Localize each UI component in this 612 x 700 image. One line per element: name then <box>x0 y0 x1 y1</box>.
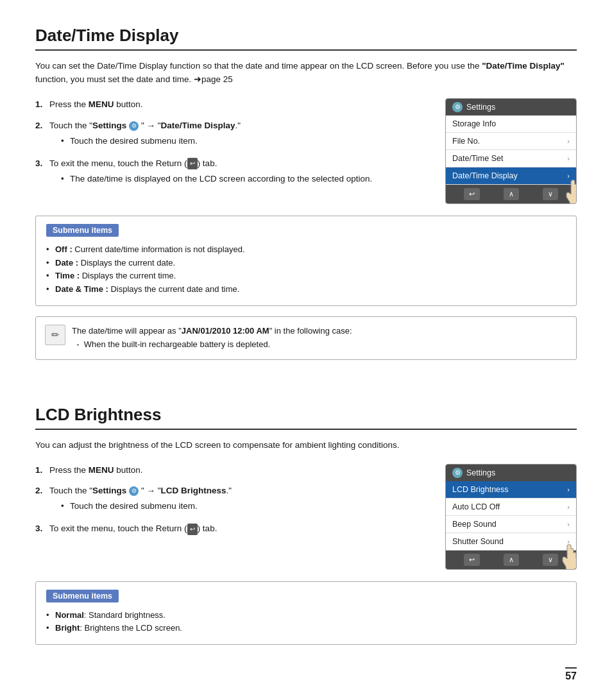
step-3-bullets: The date/time is displayed on the LCD sc… <box>61 173 372 186</box>
submenu-item-bright: Bright: Brightens the LCD screen. <box>46 622 566 635</box>
lcd-widget-shutter-label: Shutter Sound <box>452 537 504 546</box>
step-3-content: To exit the menu, touch the Return (↩) t… <box>49 157 372 187</box>
lcd-widget: ⚙ Settings LCD Brightness › Auto LCD Off… <box>445 464 577 570</box>
widget-row-storage: Storage Info <box>446 115 576 133</box>
return-icon-2: ↩ <box>187 524 198 535</box>
section-lcd: LCD Brightness You can adjust the bright… <box>35 405 577 645</box>
lcd-widget-header: ⚙ Settings <box>446 465 576 481</box>
lcd-step-2: 2. Touch the "Settings ⚙ " → "LCD Bright… <box>35 484 432 515</box>
step-2-content: Touch the "Settings ⚙ " → "Date/Time Dis… <box>49 119 241 149</box>
note-icon: ✏ <box>45 325 65 345</box>
datetime-steps-layout: 1. Press the MENU button. 2. Touch the "… <box>35 98 577 204</box>
page-number-value: 57 <box>565 667 577 682</box>
step-2-bullets: Touch the desired submenu item. <box>61 135 241 148</box>
widget-row-storage-label: Storage Info <box>452 119 496 128</box>
lcd-widget-body: LCD Brightness › Auto LCD Off › Beep Sou… <box>446 481 576 551</box>
widget-down-button[interactable]: ∨ <box>543 188 558 200</box>
step-3-num: 3. <box>35 157 49 187</box>
lcd-step-1-num: 1. <box>35 464 49 477</box>
widget-row-datetimeset-label: Date/Time Set <box>452 154 503 163</box>
lcd-widget-row-brightness: LCD Brightness › <box>446 481 576 499</box>
lcd-step-1: 1. Press the MENU button. <box>35 464 432 477</box>
section-lcd-intro: You can adjust the brightness of the LCD… <box>35 439 577 452</box>
return-icon: ↩ <box>187 158 198 169</box>
section-gap <box>35 379 577 405</box>
lcd-widget-row-autolcd: Auto LCD Off › <box>446 499 576 516</box>
submenu-item-time: Time : Displays the current time. <box>46 269 566 283</box>
step-2-num: 2. <box>35 119 49 149</box>
lcd-widget-beep-label: Beep Sound <box>452 520 497 529</box>
section-lcd-title: LCD Brightness <box>35 405 577 430</box>
widget-gear-icon: ⚙ <box>452 102 463 112</box>
section-datetime-title: Date/Time Display <box>35 26 577 51</box>
datetime-step-2: 2. Touch the "Settings ⚙ " → "Date/Time … <box>35 119 432 149</box>
lcd-step-2-bullets: Touch the desired submenu item. <box>61 500 232 513</box>
page-number: 57 <box>565 667 577 682</box>
datetime-submenu-box: Submenu items Off : Current date/time in… <box>35 216 577 306</box>
widget-body: Storage Info File No. › Date/Time Set › … <box>446 115 576 185</box>
note-content: The date/time will appear as "JAN/01/201… <box>72 325 352 352</box>
section-datetime: Date/Time Display You can set the Date/T… <box>35 26 577 360</box>
submenu-item-normal: Normal: Standard brightness. <box>46 609 566 622</box>
datetime-submenu-label: Submenu items <box>46 224 119 237</box>
widget-row-fileno-label: File No. <box>452 137 480 146</box>
lcd-step-3-num: 3. <box>35 522 49 536</box>
datetime-steps-column: 1. Press the MENU button. 2. Touch the "… <box>35 98 445 195</box>
lcd-widget-brightness-label: LCD Brightness <box>452 485 509 494</box>
lcd-step-1-content: Press the MENU button. <box>49 464 143 477</box>
submenu-item-date: Date : Displays the current date. <box>46 257 566 270</box>
section-datetime-intro: You can set the Date/Time Display functi… <box>35 60 577 87</box>
chevron-icon: › <box>567 486 570 493</box>
lcd-submenu-box: Submenu items Normal: Standard brightnes… <box>35 581 577 645</box>
lcd-widget-gear-icon: ⚙ <box>452 468 463 478</box>
step-2-bullet-1: Touch the desired submenu item. <box>61 135 241 148</box>
submenu-item-datetime: Date & Time : Displays the current date … <box>46 283 566 296</box>
chevron-icon: › <box>567 155 570 162</box>
note-bold-text: JAN/01/2010 12:00 AM <box>182 326 269 336</box>
lcd-step-2-content: Touch the "Settings ⚙ " → "LCD Brightnes… <box>49 484 232 515</box>
chevron-icon: › <box>567 503 570 511</box>
lcd-step-3-content: To exit the menu, touch the Return (↩) t… <box>49 522 217 536</box>
lcd-steps-layout: 1. Press the MENU button. 2. Touch the "… <box>35 464 577 570</box>
lcd-submenu-list: Normal: Standard brightness. Bright: Bri… <box>46 609 566 636</box>
datetime-step-3: 3. To exit the menu, touch the Return (↩… <box>35 157 432 187</box>
chevron-icon: › <box>567 520 570 528</box>
lcd-widget-header-label: Settings <box>466 468 495 477</box>
lcd-widget-autolcd-label: Auto LCD Off <box>452 502 500 511</box>
lcd-widget-back-button[interactable]: ↩ <box>464 554 480 566</box>
datetime-note-box: ✏ The date/time will appear as "JAN/01/2… <box>35 316 577 360</box>
step-1-content: Press the MENU button. <box>49 98 143 112</box>
gear-icon: ⚙ <box>129 121 139 131</box>
lcd-steps-column: 1. Press the MENU button. 2. Touch the "… <box>35 464 445 544</box>
hand-cursor-icon <box>557 176 577 204</box>
widget-back-button[interactable]: ↩ <box>464 188 480 200</box>
lcd-widget-up-button[interactable]: ∧ <box>504 554 519 566</box>
gear-icon-2: ⚙ <box>129 486 139 496</box>
datetime-submenu-list: Off : Current date/time information is n… <box>46 243 566 296</box>
lcd-step-3: 3. To exit the menu, touch the Return (↩… <box>35 522 432 536</box>
widget-row-datetimeset: Date/Time Set › <box>446 150 576 167</box>
hand-cursor-icon-2 <box>553 541 577 570</box>
widget-row-fileno: File No. › <box>446 133 576 150</box>
lcd-widget-row-beep: Beep Sound › <box>446 516 576 533</box>
lcd-submenu-label: Submenu items <box>46 590 119 602</box>
step-1-num: 1. <box>35 98 49 112</box>
lcd-step-2-num: 2. <box>35 484 49 515</box>
widget-up-button[interactable]: ∧ <box>504 188 519 200</box>
datetime-step-1: 1. Press the MENU button. <box>35 98 432 112</box>
widget-row-datetimedisplay-label: Date/Time Display <box>452 171 518 180</box>
datetime-widget: ⚙ Settings Storage Info File No. › Date/… <box>445 98 577 204</box>
widget-header-label: Settings <box>466 103 495 112</box>
chevron-icon: › <box>567 137 570 145</box>
step-3-bullet-1: The date/time is displayed on the LCD sc… <box>61 173 372 186</box>
submenu-item-off: Off : Current date/time information is n… <box>46 243 566 257</box>
lcd-step-2-bullet-1: Touch the desired submenu item. <box>61 500 232 513</box>
widget-header: ⚙ Settings <box>446 99 576 115</box>
